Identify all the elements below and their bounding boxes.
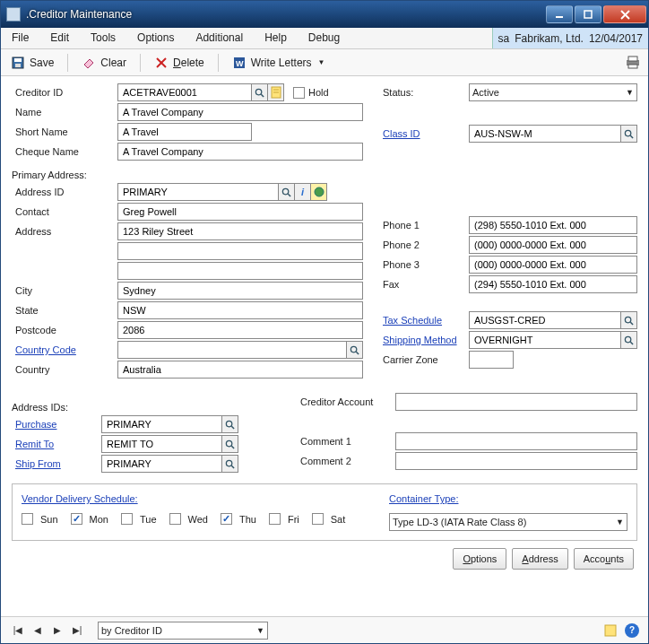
creditor-id-field[interactable]	[117, 83, 252, 101]
menu-tools[interactable]: Tools	[80, 28, 126, 48]
company-name: Fabrikam, Ltd.	[515, 32, 584, 45]
comment1-field[interactable]	[395, 432, 637, 450]
postcode-field[interactable]	[117, 321, 363, 339]
delivery-schedule-link[interactable]: Vendor Delivery Schedule:	[22, 493, 362, 504]
purchase-lookup[interactable]	[222, 415, 238, 433]
accounts-button[interactable]: Accounts	[574, 548, 634, 570]
class-id-field[interactable]	[469, 125, 621, 143]
state-field[interactable]	[117, 301, 363, 319]
nav-first-button[interactable]: |◀	[10, 622, 26, 639]
hold-checkbox[interactable]	[293, 87, 305, 99]
country-code-link[interactable]: Country Code	[12, 343, 117, 357]
delivery-groupbox: Vendor Delivery Schedule: Sun Mon Tue We…	[12, 483, 637, 541]
address-button[interactable]: Address	[512, 548, 567, 570]
container-type-select[interactable]: Type LD-3 (IATA Rate Class 8)▼	[389, 513, 627, 531]
status-select[interactable]: Active▼	[469, 83, 637, 101]
help-icon[interactable]: ?	[625, 623, 639, 638]
write-letters-button[interactable]: W Write Letters ▼	[228, 53, 330, 73]
tax-schedule-field[interactable]	[469, 311, 621, 329]
address-id-lookup[interactable]	[279, 183, 295, 201]
day-mon-checkbox[interactable]	[71, 513, 82, 525]
contact-field[interactable]	[117, 203, 363, 221]
menu-file[interactable]: File	[1, 28, 39, 48]
svg-rect-5	[14, 58, 22, 62]
address-id-field[interactable]	[117, 183, 279, 201]
class-id-link[interactable]: Class ID	[379, 126, 469, 141]
delete-x-icon	[154, 56, 169, 70]
hold-label: Hold	[308, 87, 329, 98]
ship-from-link[interactable]: Ship From	[12, 457, 101, 471]
day-wed-label: Wed	[188, 514, 208, 525]
city-field[interactable]	[117, 282, 363, 300]
save-button[interactable]: Save	[6, 53, 58, 73]
options-button[interactable]: Options	[453, 548, 506, 570]
carrier-zone-field[interactable]	[469, 351, 514, 369]
day-fri-checkbox[interactable]	[269, 513, 281, 525]
remit-to-lookup[interactable]	[222, 435, 238, 453]
sort-by-select[interactable]: by Creditor ID▼	[98, 622, 268, 640]
day-wed-checkbox[interactable]	[169, 513, 181, 525]
print-button[interactable]	[625, 55, 641, 69]
minimize-button[interactable]	[546, 5, 573, 23]
menu-additional[interactable]: Additional	[185, 28, 254, 48]
form-body: Creditor ID Hold Name Short Name	[1, 76, 648, 616]
maximize-button[interactable]	[575, 5, 601, 23]
address-info-icon[interactable]: i	[295, 183, 311, 201]
short-name-field[interactable]	[117, 123, 252, 141]
menu-edit[interactable]: Edit	[39, 28, 80, 48]
creditor-id-lookup[interactable]	[252, 83, 268, 101]
phone3-field[interactable]	[469, 256, 637, 274]
purchase-field[interactable]	[101, 415, 222, 433]
note-icon[interactable]	[603, 623, 618, 638]
day-thu-checkbox[interactable]	[221, 513, 232, 525]
shipping-method-lookup[interactable]	[621, 331, 637, 349]
creditor-account-field[interactable]	[395, 393, 637, 411]
day-sun-checkbox[interactable]	[22, 513, 33, 525]
address-line2-field[interactable]	[117, 242, 363, 260]
system-date: 12/04/2017	[589, 32, 643, 45]
tax-schedule-lookup[interactable]	[621, 311, 637, 329]
nav-last-button[interactable]: ▶|	[69, 622, 85, 639]
creditor-id-label: Creditor ID	[12, 85, 117, 100]
purchase-link[interactable]: Purchase	[12, 417, 101, 431]
chevron-down-icon: ▼	[616, 518, 624, 527]
svg-point-33	[226, 440, 231, 446]
nav-prev-button[interactable]: ◀	[30, 622, 46, 639]
address-line3-field[interactable]	[117, 262, 363, 280]
shipping-method-link[interactable]: Shipping Method	[379, 333, 469, 347]
svg-line-30	[630, 342, 633, 344]
menu-options[interactable]: Options	[126, 28, 185, 48]
container-type-link[interactable]: Container Type:	[389, 493, 627, 504]
menu-debug[interactable]: Debug	[298, 28, 350, 48]
address-internet-icon[interactable]	[311, 183, 327, 201]
ship-from-lookup[interactable]	[222, 455, 238, 473]
fax-field[interactable]	[469, 275, 637, 293]
comment2-field[interactable]	[395, 452, 637, 470]
country-field[interactable]	[117, 361, 363, 379]
creditor-id-note-icon[interactable]	[268, 83, 284, 101]
chevron-down-icon: ▼	[626, 88, 634, 97]
phone2-field[interactable]	[469, 236, 637, 254]
close-button[interactable]	[603, 5, 646, 23]
nav-next-button[interactable]: ▶	[49, 622, 65, 639]
user-id: sa	[498, 32, 510, 45]
address-line1-field[interactable]	[117, 222, 363, 240]
remit-to-link[interactable]: Remit To	[12, 437, 101, 451]
phone1-field[interactable]	[469, 216, 637, 234]
shipping-method-field[interactable]	[469, 331, 621, 349]
phone1-label: Phone 1	[379, 218, 469, 232]
clear-button[interactable]: Clear	[77, 53, 131, 73]
ship-from-field[interactable]	[101, 455, 222, 473]
name-field[interactable]	[117, 103, 363, 121]
country-code-field[interactable]	[117, 341, 347, 359]
day-sat-checkbox[interactable]	[312, 513, 324, 525]
day-tue-checkbox[interactable]	[121, 513, 133, 525]
delete-button[interactable]: Delete	[150, 53, 209, 73]
cheque-name-field[interactable]	[117, 143, 363, 161]
class-id-lookup[interactable]	[621, 125, 637, 143]
menu-help[interactable]: Help	[254, 28, 298, 48]
country-code-lookup[interactable]	[347, 341, 363, 359]
tax-schedule-link[interactable]: Tax Schedule	[379, 313, 469, 327]
remit-to-field[interactable]	[101, 435, 222, 453]
day-sun-label: Sun	[40, 514, 58, 525]
